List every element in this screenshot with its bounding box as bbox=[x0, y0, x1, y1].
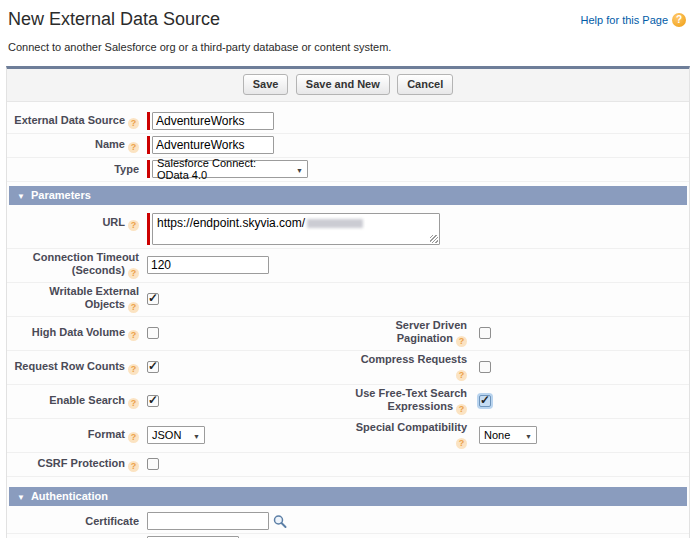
certificate-lookup-icon[interactable] bbox=[272, 514, 288, 529]
connection-timeout-label: Connection Timeout (Seconds) bbox=[33, 251, 139, 276]
help-icon[interactable] bbox=[456, 336, 467, 347]
help-icon[interactable] bbox=[128, 364, 139, 375]
help-icon[interactable] bbox=[128, 220, 139, 231]
section-header-authentication[interactable]: Authentication bbox=[9, 487, 687, 506]
help-icon[interactable] bbox=[128, 302, 139, 313]
top-button-bar: Save Save and New Cancel bbox=[7, 69, 689, 102]
help-area: Help for this Page bbox=[581, 13, 686, 27]
row-enable-search: Enable Search Use Free-Text Search Expre… bbox=[7, 385, 689, 419]
help-for-this-page-link[interactable]: Help for this Page bbox=[581, 14, 668, 26]
resize-handle-icon[interactable] bbox=[430, 235, 438, 243]
help-icon[interactable] bbox=[456, 370, 467, 381]
cancel-button[interactable]: Cancel bbox=[397, 74, 453, 95]
help-icon[interactable] bbox=[128, 330, 139, 341]
collapse-arrow-icon bbox=[17, 189, 25, 201]
certificate-input[interactable] bbox=[147, 512, 269, 530]
row-external-data-source: External Data Source bbox=[7, 110, 689, 134]
request-row-counts-label: Request Row Counts bbox=[14, 360, 125, 372]
row-identity-type: Identity Type Anonymous bbox=[7, 534, 689, 538]
required-indicator bbox=[147, 136, 150, 154]
request-row-counts-checkbox[interactable] bbox=[147, 361, 159, 373]
compress-requests-label: Compress Requests bbox=[361, 353, 467, 365]
help-icon[interactable] bbox=[128, 268, 139, 279]
help-icon[interactable] bbox=[456, 438, 467, 449]
row-certificate: Certificate bbox=[7, 510, 689, 534]
connection-timeout-input[interactable] bbox=[147, 256, 269, 274]
url-value: https://endpoint.skyvia.com/ bbox=[157, 216, 305, 230]
dropdown-arrow-icon bbox=[187, 429, 200, 441]
help-icon[interactable] bbox=[128, 142, 139, 153]
required-indicator bbox=[147, 160, 150, 178]
row-high-data-volume: High Data Volume Server Driven Paginatio… bbox=[7, 317, 689, 351]
url-label: URL bbox=[102, 216, 125, 228]
writable-external-objects-checkbox[interactable] bbox=[147, 293, 159, 305]
row-csrf-protection: CSRF Protection bbox=[7, 453, 689, 477]
compress-requests-checkbox[interactable] bbox=[479, 361, 491, 373]
help-icon[interactable] bbox=[128, 432, 139, 443]
format-select-value: JSON bbox=[152, 429, 181, 441]
page-subtitle: Connect to another Salesforce org or a t… bbox=[0, 30, 696, 66]
enable-search-checkbox[interactable] bbox=[147, 395, 159, 407]
special-compatibility-select[interactable]: None bbox=[479, 426, 537, 444]
server-driven-pagination-checkbox[interactable] bbox=[479, 327, 491, 339]
section-title: Parameters bbox=[31, 189, 91, 201]
high-data-volume-label: High Data Volume bbox=[32, 326, 125, 338]
row-type: Type Salesforce Connect: OData 4.0 bbox=[7, 158, 689, 182]
save-button[interactable]: Save bbox=[243, 74, 289, 95]
row-format: Format JSON Special Compatibility None bbox=[7, 419, 689, 453]
name-label: Name bbox=[95, 138, 125, 150]
dropdown-arrow-icon bbox=[290, 163, 303, 175]
collapse-arrow-icon bbox=[17, 490, 25, 502]
url-textarea[interactable]: https://endpoint.skyvia.com/ bbox=[152, 213, 440, 245]
csrf-protection-checkbox[interactable] bbox=[147, 458, 159, 470]
form-block: Save Save and New Cancel External Data S… bbox=[6, 66, 690, 538]
row-request-row-counts: Request Row Counts Compress Requests bbox=[7, 351, 689, 385]
save-and-new-button[interactable]: Save and New bbox=[296, 74, 390, 95]
type-label: Type bbox=[114, 163, 139, 175]
page-title: New External Data Source bbox=[8, 9, 220, 30]
help-icon[interactable] bbox=[456, 404, 467, 415]
page-header: New External Data Source Help for this P… bbox=[0, 0, 696, 30]
row-url: URL https://endpoint.skyvia.com/ bbox=[7, 209, 689, 249]
name-input[interactable] bbox=[152, 136, 274, 154]
special-compatibility-label: Special Compatibility bbox=[356, 421, 467, 433]
certificate-label: Certificate bbox=[85, 515, 139, 527]
use-free-text-search-expressions-checkbox[interactable] bbox=[479, 395, 491, 407]
csrf-protection-label: CSRF Protection bbox=[38, 457, 125, 469]
special-compatibility-select-value: None bbox=[484, 429, 510, 441]
format-label: Format bbox=[88, 428, 125, 440]
external-data-source-label: External Data Source bbox=[14, 114, 125, 126]
type-select-value: Salesforce Connect: OData 4.0 bbox=[157, 157, 290, 181]
help-icon[interactable] bbox=[128, 398, 139, 409]
row-connection-timeout: Connection Timeout (Seconds) bbox=[7, 249, 689, 283]
url-blurred-segment bbox=[307, 219, 363, 228]
writable-external-objects-label: Writable External Objects bbox=[49, 285, 139, 310]
dropdown-arrow-icon bbox=[519, 429, 532, 441]
section-title: Authentication bbox=[31, 490, 108, 502]
use-free-text-search-expressions-label: Use Free-Text Search Expressions bbox=[355, 387, 467, 412]
external-data-source-input[interactable] bbox=[152, 112, 274, 130]
section-header-parameters[interactable]: Parameters bbox=[9, 186, 687, 205]
help-icon[interactable] bbox=[128, 118, 139, 129]
help-page-icon[interactable] bbox=[672, 13, 686, 27]
high-data-volume-checkbox[interactable] bbox=[147, 327, 159, 339]
help-icon[interactable] bbox=[128, 461, 139, 472]
required-indicator bbox=[147, 213, 150, 245]
format-select[interactable]: JSON bbox=[147, 426, 205, 444]
row-name: Name bbox=[7, 134, 689, 158]
row-writable-external-objects: Writable External Objects bbox=[7, 283, 689, 317]
enable-search-label: Enable Search bbox=[49, 394, 125, 406]
form-body: External Data Source Name Type bbox=[7, 102, 689, 538]
required-indicator bbox=[147, 112, 150, 130]
type-select[interactable]: Salesforce Connect: OData 4.0 bbox=[152, 160, 308, 178]
